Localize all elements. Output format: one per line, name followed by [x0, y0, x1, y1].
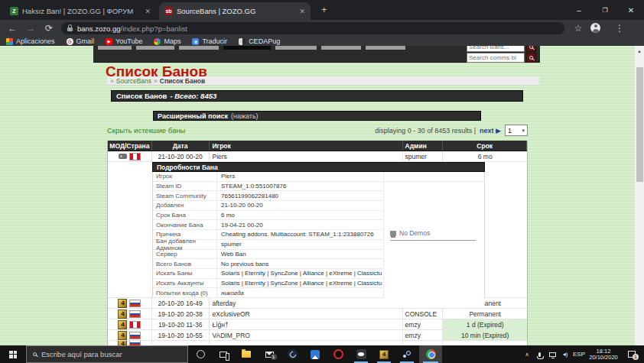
browser-menu-icon[interactable]: ⋮ [610, 20, 629, 37]
window-minimize-button[interactable]: – [566, 0, 592, 20]
cs16-icon: 4 [379, 350, 389, 359]
bookmark-label: Aplicaciones [16, 37, 55, 45]
search-comms-button[interactable] [526, 53, 536, 63]
reload-icon[interactable]: ⟳ [40, 20, 58, 37]
search-comms-input[interactable] [467, 53, 525, 63]
language-indicator[interactable]: ESP [571, 345, 587, 363]
col-length[interactable]: Срок [443, 141, 527, 151]
back-icon[interactable]: ← [3, 20, 21, 37]
detail-label: Окончание Бана [153, 220, 217, 229]
ban-row[interactable]: 4 19-10-20 20-38 eXclusiveOR CONSOLE Per… [108, 309, 527, 319]
bookmark-label: CEDAPug [249, 37, 280, 45]
col-mod-country[interactable]: МОД/Страна [108, 141, 152, 151]
nav-menu-item[interactable] [98, 46, 132, 50]
mail-icon: 1 [265, 352, 274, 358]
ban-row-expired[interactable]: 4 19-10-20 10-55 VADIM_PRO emzy 10 min (… [108, 330, 527, 341]
file-explorer-button[interactable] [236, 345, 257, 363]
ban-row-expanded[interactable]: 21-10-20 00-20 Piers spumer 6 mo [108, 151, 527, 162]
forward-icon[interactable]: → [21, 20, 40, 37]
hide-expired-link[interactable]: Скрыть истекшие баны [107, 126, 185, 135]
network-icon[interactable] [546, 345, 558, 363]
address-bar[interactable]: bans.zozo.gg/index.php?p=banlist [61, 22, 564, 34]
nav-menu-item[interactable] [275, 46, 317, 50]
ban-details-rows: ИгрокPiers Steam IDSTEAM_1:0:551007876 S… [152, 172, 485, 298]
col-player[interactable]: Игрок [210, 141, 403, 151]
advanced-search-bar[interactable]: Расширенный поиск (нажать) [153, 111, 481, 121]
window-restore-button[interactable]: ❐ [592, 0, 618, 20]
tab-close-icon[interactable]: ✕ [299, 8, 305, 15]
flag-peru-icon [129, 153, 141, 160]
banlist-total: - Всего: 8453 [170, 92, 216, 100]
detail-value: No previous bans [217, 259, 384, 268]
ban-length-expired: 10 min (Expired) [443, 330, 527, 340]
search-bans-button[interactable] [526, 46, 536, 52]
bookmark-translate[interactable]: aTraducir [192, 37, 227, 45]
scrollbar-thumb[interactable] [636, 67, 643, 182]
search-bans-links[interactable]: Solaris | Eternity | SyncZone | Alliance… [217, 269, 384, 278]
nav-menu-item-active[interactable] [223, 46, 271, 50]
window-close-button[interactable]: ✕ [618, 0, 644, 20]
taskbar: Escribe aquí para buscar 1 4 ∧ ◂) ESP 18… [0, 345, 644, 363]
bookmark-gmail[interactable]: GGmail [67, 37, 95, 45]
nav-menu-item[interactable] [321, 46, 361, 50]
start-button[interactable] [0, 345, 26, 363]
taskbar-clock[interactable]: 18:12 20/10/2020 [586, 345, 621, 363]
ban-row-expired[interactable]: 4 19-10-20 11-36 Łíǵн† emzy 1 d (Expired… [108, 319, 527, 330]
cortana-button[interactable] [190, 345, 211, 363]
mail-button[interactable]: 1 [259, 345, 280, 363]
tab-title: Haksız Ban! | ZOZO.GG | ФОРУМ [22, 7, 141, 15]
steam-icon [402, 349, 412, 359]
bookmark-star-icon[interactable]: ☆ [569, 20, 587, 37]
next-page-link[interactable]: next ▶ [480, 127, 501, 135]
col-admin[interactable]: Админ [403, 141, 444, 151]
login-attempts-value[interactable]: никогда [217, 288, 384, 297]
bookmark-cedapug[interactable]: CEDAPug [239, 37, 280, 45]
notification-center-button[interactable]: 1 [623, 345, 641, 363]
nav-menu-item[interactable] [366, 46, 405, 50]
page-scrollbar[interactable]: ▲ [635, 46, 644, 345]
record-app-button[interactable] [327, 345, 349, 363]
taskbar-search[interactable]: Escribe aquí para buscar [26, 345, 188, 363]
cs16-button[interactable]: 4 [373, 345, 395, 363]
nav-menu-item[interactable] [136, 46, 174, 50]
ban-date: 20-10-20 16-49 [152, 298, 210, 308]
new-tab-button[interactable]: + [321, 4, 327, 15]
search-bans-input[interactable] [467, 46, 525, 52]
task-view-button[interactable] [213, 345, 234, 363]
search-accounts-links[interactable]: Solaris | Eternity | SyncZone | Alliance… [217, 279, 384, 288]
bookmark-maps[interactable]: Maps [154, 37, 181, 45]
page-select[interactable]: 1▾ [505, 125, 528, 136]
ban-date: 19-10-20 20-38 [152, 309, 210, 319]
no-demos-label: No Demos [399, 229, 430, 237]
cs16-mod-icon: 4 [118, 331, 127, 340]
volume-icon[interactable]: ◂) [560, 345, 571, 363]
swirl-app-button[interactable] [281, 345, 303, 363]
chrome-button[interactable] [419, 345, 442, 363]
tray-chevron-icon[interactable]: ∧ [522, 345, 532, 363]
photos-button[interactable] [304, 345, 326, 363]
discord-button[interactable] [350, 345, 372, 363]
nav-menu-item[interactable] [179, 46, 219, 50]
breadcrumb-home-link[interactable]: SourceBans [116, 77, 151, 85]
steam-id-link[interactable]: STEAM_1:0:551007876 [217, 182, 384, 191]
col-date[interactable]: Дата [152, 141, 210, 151]
forum-favicon: Z [10, 7, 18, 15]
microphone-icon[interactable] [534, 345, 545, 363]
ban-admin: CONSOLE [403, 309, 444, 319]
breadcrumb: » SourceBans » Список Банов [107, 76, 539, 86]
bookmark-label: Maps [164, 37, 181, 45]
steam-button[interactable] [396, 345, 418, 363]
steam-community-link[interactable]: 76561199062281480 [217, 191, 384, 200]
tab-sourcebans[interactable]: sb SourceBans | ZOZO.GG ✕ [159, 2, 311, 20]
detail-value: 6 mo [217, 211, 384, 220]
bookmark-youtube[interactable]: ▶YouTube [106, 37, 142, 45]
tab-forum[interactable]: Z Haksız Ban! | ZOZO.GG | ФОРУМ ✕ [5, 2, 156, 20]
profile-avatar[interactable] [590, 23, 600, 33]
detail-label: Срок Бана [153, 211, 217, 220]
tab-close-icon[interactable]: ✕ [145, 8, 151, 15]
scroll-up-icon[interactable]: ▲ [635, 47, 644, 55]
ban-table: МОД/Страна Дата Игрок Админ Срок 21-10-2… [107, 141, 528, 345]
cedapug-icon [239, 38, 246, 45]
bookmark-apps[interactable]: Aplicaciones [6, 37, 55, 45]
banlist-header-bar: Список Банов - Всего: 8453 [111, 90, 523, 102]
